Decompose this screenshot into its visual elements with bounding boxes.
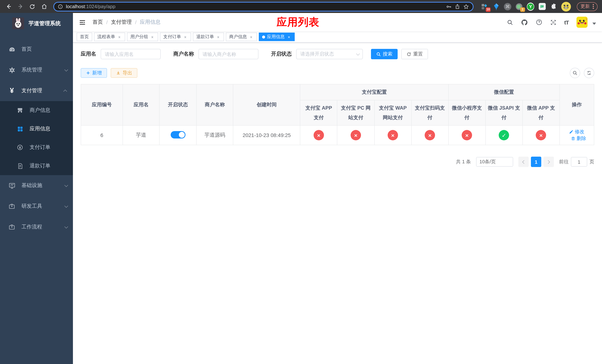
extension-chat-icon[interactable] xyxy=(538,3,546,10)
screen: localhost:1024/pay/app 10 ⌘ xyxy=(0,0,602,364)
chevron-up-icon xyxy=(63,89,67,93)
share-icon[interactable] xyxy=(455,4,460,9)
browser-forward-icon[interactable] xyxy=(16,2,25,11)
chevron-down-icon xyxy=(64,225,68,228)
app-table: 应用编号 应用名 开启状态 商户名称 创建时间 支付宝配置 微信配置 操作 支付… xyxy=(81,84,594,145)
export-button[interactable]: 导出 xyxy=(111,68,137,78)
browser-profile-avatar[interactable] xyxy=(561,2,571,11)
close-icon[interactable]: × xyxy=(183,34,188,39)
app-name-label: 应用名 xyxy=(81,51,96,57)
sidebar-item-infrastructure[interactable]: 基础设施 xyxy=(0,175,73,196)
merchant-name-input[interactable] xyxy=(198,49,258,59)
delete-link[interactable]: 删除 xyxy=(571,135,586,142)
breadcrumb: 首页 / 支付管理 / 应用信息 xyxy=(93,19,161,26)
extension-command-icon[interactable]: ⌘ xyxy=(504,3,511,10)
bookmark-star-icon[interactable] xyxy=(463,3,469,10)
sidebar-item-workflow[interactable]: 工作流程 xyxy=(0,217,73,237)
url-bar[interactable]: localhost:1024/pay/app xyxy=(53,2,473,11)
channel-status-icon: × xyxy=(314,130,324,140)
prev-page-button[interactable] xyxy=(518,157,529,167)
extension-badge: 1 xyxy=(520,7,525,12)
font-size-icon[interactable]: tT xyxy=(564,19,569,25)
site-info-icon[interactable] xyxy=(58,4,63,9)
browser-back-icon[interactable] xyxy=(4,2,13,11)
extensions-area: 10 ⌘ 1 Y xyxy=(478,2,574,11)
fullscreen-icon[interactable] xyxy=(550,19,557,25)
refresh-button[interactable] xyxy=(584,68,594,78)
status-toggle[interactable] xyxy=(171,131,185,138)
chevron-down-icon xyxy=(356,52,360,55)
tab-pay-order[interactable]: 支付订单× xyxy=(160,32,191,41)
close-icon[interactable]: × xyxy=(117,34,122,39)
page-title: 应用列表 xyxy=(277,15,320,29)
app-name-input[interactable] xyxy=(101,49,161,59)
tab-app-info[interactable]: 应用信息× xyxy=(259,32,295,41)
browser-toolbar: localhost:1024/pay/app 10 ⌘ xyxy=(0,0,602,13)
sidebar-item-payment[interactable]: ¥ 支付管理 xyxy=(0,80,73,101)
extension-recorder-icon[interactable]: 1 xyxy=(515,3,523,10)
dashboard-icon xyxy=(8,46,16,53)
goto-page-input[interactable] xyxy=(571,157,587,167)
tab-refund-order[interactable]: 退款订单× xyxy=(193,32,224,41)
col-wechat-jsapi: 微信 JSAPI 支付 xyxy=(485,100,522,125)
storefront-icon xyxy=(16,107,24,114)
reset-button[interactable]: 重置 xyxy=(401,49,428,59)
close-icon[interactable]: × xyxy=(287,34,291,39)
sidebar-item-pay-order[interactable]: 支付订单 xyxy=(0,138,73,157)
page-number-1[interactable]: 1 xyxy=(531,157,541,167)
breadcrumb-home[interactable]: 首页 xyxy=(93,19,103,26)
search-icon[interactable] xyxy=(507,19,513,25)
col-wechat-mini: 微信小程序支付 xyxy=(448,100,485,125)
sidebar-item-system[interactable]: 系统管理 xyxy=(0,60,73,80)
caret-down-icon[interactable] xyxy=(592,22,596,25)
col-app-name: 应用名 xyxy=(123,84,159,125)
sidebar-logo[interactable]: 芋道管理系统 xyxy=(0,13,73,34)
sidebar-item-app-info[interactable]: 应用信息 xyxy=(0,120,73,138)
active-dot xyxy=(262,35,265,38)
channel-status-icon: ✓ xyxy=(499,130,509,140)
cell-app-name: 芋道 xyxy=(123,125,159,145)
help-icon[interactable] xyxy=(536,19,542,26)
browser-home-icon[interactable] xyxy=(39,2,49,11)
browser-reload-icon[interactable] xyxy=(27,2,37,11)
extensions-puzzle-icon[interactable] xyxy=(550,3,557,10)
toggle-search-button[interactable] xyxy=(570,68,580,78)
browser-update-button[interactable]: 更新 xyxy=(577,2,598,11)
search-button[interactable]: 搜索 xyxy=(371,49,398,59)
tab-process-form[interactable]: 流程表单× xyxy=(94,32,125,41)
tab-merchant-info[interactable]: 商户信息× xyxy=(226,32,257,41)
user-avatar[interactable] xyxy=(576,17,588,28)
sidebar: 芋道管理系统 首页 系统管理 ¥ 支付管 xyxy=(0,13,73,364)
tab-user-group[interactable]: 用户分组× xyxy=(127,32,158,41)
table-row: 6 芋道 芋道源码 2021-10-23 08:49:25 × × × × × xyxy=(81,125,594,145)
sidebar-item-home[interactable]: 首页 xyxy=(0,39,73,60)
channel-status-icon: × xyxy=(536,130,546,140)
channel-status-icon: × xyxy=(425,130,435,140)
sidebar-item-merchant-info[interactable]: 商户信息 xyxy=(0,101,73,120)
sidebar-item-refund-order[interactable]: 退款订单 xyxy=(0,157,73,175)
pay-order-icon xyxy=(16,144,24,151)
extension-pinned-icon[interactable]: 10 xyxy=(481,3,488,10)
sidebar-collapse-icon[interactable] xyxy=(79,19,86,26)
extension-badge: 10 xyxy=(486,7,491,12)
col-alipay-wap: 支付宝 WAP 网站支付 xyxy=(374,100,411,125)
tab-home[interactable]: 首页 xyxy=(77,32,92,41)
col-wechat-app: 微信 APP 支付 xyxy=(523,100,559,125)
close-icon[interactable]: × xyxy=(216,34,221,39)
breadcrumb-payment[interactable]: 支付管理 xyxy=(111,19,132,26)
close-icon[interactable]: × xyxy=(150,34,155,39)
tags-view: 首页 流程表单× 用户分组× 支付订单× 退款订单× 商户信息× 应用信息× xyxy=(73,32,602,43)
browser-menu-icon[interactable] xyxy=(593,4,594,9)
page-size-select[interactable]: 10条/页 xyxy=(476,157,513,167)
password-key-icon[interactable] xyxy=(446,3,452,10)
add-button[interactable]: 新增 xyxy=(81,68,107,78)
sidebar-item-dev-tools[interactable]: 研发工具 xyxy=(0,196,73,217)
next-page-button[interactable] xyxy=(544,157,554,167)
extension-kite-icon[interactable] xyxy=(492,3,500,10)
edit-link[interactable]: 修改 xyxy=(569,128,584,135)
status-select[interactable]: 请选择开启状态 xyxy=(296,49,363,59)
close-icon[interactable]: × xyxy=(249,34,254,39)
extension-y-icon[interactable]: Y xyxy=(527,3,534,10)
github-icon[interactable] xyxy=(521,19,528,26)
col-actions: 操作 xyxy=(559,84,594,125)
